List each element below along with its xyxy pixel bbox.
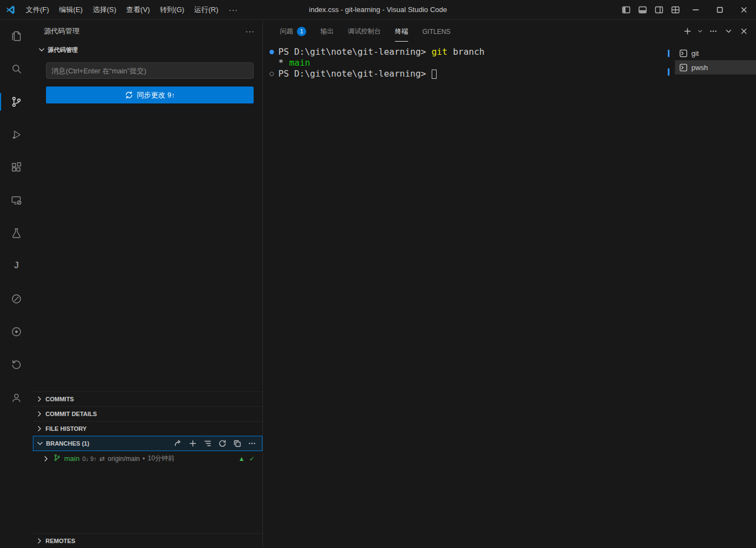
activity-gitlens[interactable] (0, 282, 33, 315)
pane-file-history-label: FILE HISTORY (45, 425, 87, 432)
tab-output[interactable]: 输出 (313, 20, 341, 43)
more-actions-icon[interactable] (247, 438, 257, 449)
activity-remote-explorer[interactable] (0, 184, 33, 217)
commit-message-input[interactable] (46, 62, 254, 79)
toggle-secondary-sidebar-icon[interactable] (651, 0, 667, 19)
activity-search[interactable] (0, 53, 33, 85)
sync-button-label: 同步更改 9↑ (137, 90, 175, 100)
check-indicator-icon: ✓ (249, 455, 255, 463)
refresh-icon[interactable] (217, 438, 228, 449)
chevron-right-icon (42, 454, 50, 463)
sidebar-title: 源代码管理 (44, 26, 245, 36)
terminal-command: git (432, 47, 448, 57)
terminal-line-2: *main (267, 57, 675, 68)
vscode-logo-icon (0, 5, 21, 15)
tab-problems-label: 问题 (280, 21, 293, 42)
switch-branch-icon[interactable] (173, 438, 184, 449)
close-window-button[interactable] (732, 0, 756, 19)
pane-branches[interactable]: BRANCHES (1) (33, 436, 262, 451)
branch-upstream: origin/main (108, 455, 140, 463)
terminal-viewport[interactable]: PS D:\git\note\git-learning>gitbranch *m… (263, 43, 675, 548)
activity-gitlens-inspect[interactable] (0, 315, 33, 348)
sidebar-empty-area (33, 103, 262, 391)
command-decoration-success-icon[interactable] (267, 50, 276, 54)
target-icon (10, 325, 23, 338)
overview-ruler-mark (668, 50, 669, 57)
activity-bar: J (0, 20, 33, 548)
create-branch-icon[interactable] (187, 438, 198, 449)
undo-history-icon (10, 358, 23, 371)
sync-changes-button[interactable]: 同步更改 9↑ (46, 86, 254, 103)
menu-view[interactable]: 查看(V) (121, 0, 154, 19)
menu-selection[interactable]: 选择(S) (88, 0, 121, 19)
terminal-instance-pwsh[interactable]: pwsh (675, 60, 756, 74)
activity-testing[interactable] (0, 217, 33, 250)
source-control-icon (10, 95, 23, 108)
activity-explorer[interactable] (0, 20, 33, 53)
branch-row-main[interactable]: main 0↓ 9↑ ⇄ origin/main • 10分钟前 ▲ ✓ (33, 451, 262, 466)
scm-section-label: 源代码管理 (48, 46, 78, 54)
terminal-prompt: PS D:\git\note\git-learning> (278, 68, 426, 79)
panel-tab-bar: 问题 1 输出 调试控制台 终端 GITLENS (263, 20, 756, 43)
sidebar-titlebar: 源代码管理 ··· (33, 20, 262, 43)
chevron-right-icon (35, 395, 44, 403)
extensions-icon (10, 161, 23, 174)
branch-behind-ahead: 0↓ 9↑ (82, 455, 96, 462)
pane-remotes[interactable]: REMOTES (33, 533, 262, 548)
activity-extensions[interactable] (0, 151, 33, 184)
maximize-button[interactable] (708, 0, 732, 19)
pane-commits-label: COMMITS (45, 396, 74, 402)
activity-j-extension[interactable]: J (0, 250, 33, 282)
terminal-instance-git[interactable]: git (675, 46, 756, 60)
terminal-profile-dropdown-icon[interactable] (696, 25, 705, 38)
sidebar-more-actions-icon[interactable]: ··· (245, 27, 255, 36)
terminal-panel-body: PS D:\git\note\git-learning>gitbranch *m… (263, 43, 756, 548)
terminal-instance-label: git (691, 49, 699, 57)
tab-debug-console[interactable]: 调试控制台 (341, 20, 388, 43)
account-icon (10, 391, 23, 404)
menu-edit[interactable]: 编辑(E) (54, 0, 88, 19)
gitlens-panes: COMMITS COMMIT DETAILS FILE HISTORY BRAN… (33, 391, 262, 548)
scm-repo-section-header[interactable]: 源代码管理 (33, 43, 262, 57)
menu-goto[interactable]: 转到(G) (155, 0, 190, 19)
activity-source-control[interactable] (0, 85, 33, 118)
pane-commit-details-label: COMMIT DETAILS (45, 411, 97, 417)
terminal-line-1: PS D:\git\note\git-learning>gitbranch (267, 47, 675, 57)
pane-file-history[interactable]: FILE HISTORY (33, 421, 262, 436)
tab-problems[interactable]: 问题 1 (273, 20, 313, 43)
menu-more-icon[interactable]: ··· (223, 5, 243, 14)
terminal-icon (679, 64, 688, 72)
activity-account[interactable] (0, 381, 33, 414)
menu-run[interactable]: 运行(R) (189, 0, 223, 19)
sidebar-source-control: 源代码管理 ··· 源代码管理 同步更改 9↑ COMMITS (33, 20, 263, 548)
branches-pane-body (33, 466, 262, 533)
gitlens-icon (10, 292, 23, 305)
new-terminal-icon[interactable] (680, 25, 694, 38)
terminal-line-3: PS D:\git\note\git-learning> (267, 68, 675, 79)
panel-collapse-icon[interactable] (721, 25, 735, 38)
panel-more-actions-icon[interactable] (706, 25, 720, 38)
pane-commit-details[interactable]: COMMIT DETAILS (33, 406, 262, 421)
tab-output-label: 输出 (320, 21, 334, 42)
customize-layout-icon[interactable] (667, 0, 684, 19)
tab-terminal[interactable]: 终端 (388, 20, 415, 43)
screen-disconnect-icon (10, 194, 23, 207)
window-title: index.css - git-learning - Visual Studio… (309, 5, 447, 14)
tab-gitlens[interactable]: GITLENS (415, 20, 457, 43)
toggle-panel-icon[interactable] (634, 0, 651, 19)
activity-history[interactable] (0, 348, 33, 381)
activity-run-debug[interactable] (0, 118, 33, 151)
open-in-editor-icon[interactable] (232, 438, 243, 449)
minimize-button[interactable] (684, 0, 708, 19)
menu-file[interactable]: 文件(F) (21, 0, 54, 19)
search-icon (10, 62, 23, 76)
toggle-primary-sidebar-icon[interactable] (618, 0, 634, 19)
view-as-list-icon[interactable] (202, 438, 213, 449)
titlebar-controls (618, 0, 756, 19)
sync-icon (125, 91, 133, 99)
terminal-actions (680, 25, 751, 38)
close-panel-icon[interactable] (737, 25, 751, 38)
pane-commits[interactable]: COMMITS (33, 391, 262, 406)
main-area: J 源代码管理 ··· 源代码管理 (0, 20, 756, 548)
terminal-command-arg: branch (453, 47, 485, 57)
